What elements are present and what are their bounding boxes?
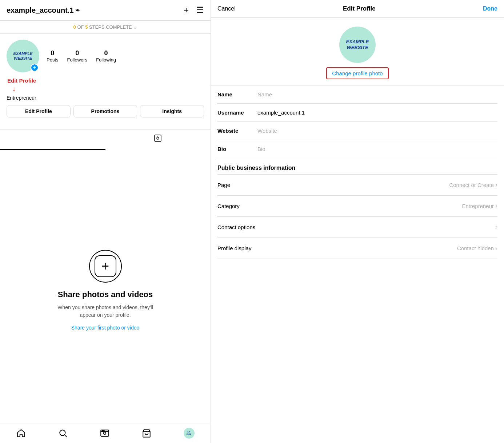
share-link[interactable]: Share your first photo or video bbox=[71, 325, 140, 331]
bottom-nav: EXWEB bbox=[0, 423, 211, 443]
form-row-name: Name Name bbox=[217, 85, 497, 104]
svg-point-10 bbox=[103, 432, 106, 435]
edit-profile-content: EXAMPLE WEBSITE Change profile photo Nam… bbox=[211, 18, 504, 443]
category-row-right: Entrepreneur › bbox=[462, 202, 497, 210]
followers-label: Followers bbox=[67, 57, 88, 63]
right-panel: Cancel Edit Profile Done EXAMPLE WEBSITE… bbox=[211, 0, 504, 443]
edit-profile-header: Cancel Edit Profile Done bbox=[211, 0, 504, 18]
account-chevron-icon: ⤔ bbox=[75, 7, 80, 13]
followers-count: 0 bbox=[75, 49, 79, 57]
account-name-container[interactable]: example_account.1 ⤔ bbox=[7, 6, 80, 15]
profile-display-right: Contact hidden › bbox=[457, 244, 497, 252]
action-buttons: Edit Profile Promotions Insights bbox=[7, 105, 204, 117]
svg-point-5 bbox=[157, 137, 159, 139]
change-photo-button[interactable]: Change profile photo bbox=[326, 67, 388, 79]
profile-section: EXAMPLE WEBSITE + 0 Posts 0 Followers 0 … bbox=[0, 34, 211, 129]
page-value: Connect or Create bbox=[449, 182, 494, 188]
profile-display-label: Profile display bbox=[217, 245, 251, 251]
stats-row: 0 Posts 0 Followers 0 Following bbox=[47, 49, 204, 63]
stat-following: 0 Following bbox=[96, 49, 116, 63]
page-chevron-icon: › bbox=[495, 181, 497, 189]
add-photo-badge[interactable]: + bbox=[31, 64, 39, 72]
svg-point-7 bbox=[60, 430, 65, 435]
steps-total: 5 bbox=[85, 24, 88, 30]
category-label: Category bbox=[217, 203, 240, 209]
steps-chevron-icon: ⌄ bbox=[133, 24, 137, 30]
edit-profile-button[interactable]: Edit Profile bbox=[7, 105, 71, 117]
avatar-container: EXAMPLE WEBSITE + bbox=[7, 40, 39, 72]
share-desc: When you share photos and videos, they'l… bbox=[57, 304, 153, 319]
name-value[interactable]: Name bbox=[257, 91, 497, 97]
bio-value[interactable]: Bio bbox=[257, 146, 497, 152]
profile-display-chevron-icon: › bbox=[495, 244, 497, 252]
home-icon[interactable] bbox=[16, 428, 26, 438]
add-content-icon: + bbox=[95, 255, 116, 277]
avatar-text: EXAMPLE WEBSITE bbox=[13, 51, 32, 61]
header: example_account.1 ⤔ + ☰ bbox=[0, 0, 211, 21]
bio-text: Entrepreneur bbox=[7, 95, 204, 101]
username-value[interactable]: example_account.1 bbox=[257, 109, 497, 116]
stat-posts: 0 Posts bbox=[47, 49, 59, 63]
content-tabs bbox=[0, 129, 211, 150]
tab-grid[interactable] bbox=[0, 129, 105, 150]
website-label: Website bbox=[217, 128, 250, 134]
menu-icon[interactable]: ☰ bbox=[196, 5, 204, 15]
svg-point-13 bbox=[103, 430, 104, 431]
profile-photo-section: EXAMPLE WEBSITE Change profile photo bbox=[211, 18, 504, 85]
contact-options-row[interactable]: Contact options › bbox=[217, 217, 497, 238]
header-icons: + ☰ bbox=[184, 5, 204, 15]
reels-icon[interactable] bbox=[100, 428, 109, 438]
public-business-header: Public business information bbox=[217, 158, 497, 175]
posts-count: 0 bbox=[51, 49, 54, 57]
following-label: Following bbox=[96, 57, 116, 63]
steps-of: OF bbox=[77, 24, 85, 30]
category-menu-row[interactable]: Category Entrepreneur › bbox=[217, 196, 497, 217]
arrow-down-icon: ↓ bbox=[12, 85, 204, 93]
contact-options-right: › bbox=[495, 223, 497, 231]
page-menu-row[interactable]: Page Connect or Create › bbox=[217, 175, 497, 196]
tab-tagged[interactable] bbox=[105, 129, 211, 150]
category-value: Entrepreneur bbox=[462, 203, 494, 209]
contact-options-label: Contact options bbox=[217, 224, 255, 230]
page-label: Page bbox=[217, 182, 230, 188]
form-section: Name Name Username example_account.1 Web… bbox=[211, 85, 504, 259]
right-avatar: EXAMPLE WEBSITE bbox=[339, 27, 376, 63]
nav-profile-avatar[interactable]: EXWEB bbox=[184, 428, 195, 439]
share-title: Share photos and videos bbox=[58, 290, 153, 299]
posts-label: Posts bbox=[47, 57, 59, 63]
done-button[interactable]: Done bbox=[483, 5, 497, 12]
bio-label: Bio bbox=[217, 146, 250, 152]
steps-suffix: STEPS COMPLETE bbox=[89, 24, 132, 30]
profile-display-value: Contact hidden bbox=[457, 245, 494, 251]
empty-content: + Share photos and videos When you share… bbox=[0, 150, 211, 423]
add-content-circle[interactable]: + bbox=[89, 250, 122, 283]
edit-profile-annotation: Edit Profile bbox=[7, 77, 204, 84]
form-row-website: Website Website bbox=[217, 122, 497, 140]
page-row-right: Connect or Create › bbox=[449, 181, 497, 189]
edit-profile-title: Edit Profile bbox=[343, 5, 376, 12]
steps-bar: 0 OF 5 STEPS COMPLETE ⌄ bbox=[0, 21, 211, 34]
form-row-username: Username example_account.1 bbox=[217, 104, 497, 122]
svg-point-12 bbox=[102, 430, 103, 431]
form-row-bio: Bio Bio bbox=[217, 140, 497, 158]
stat-followers: 0 Followers bbox=[67, 49, 88, 63]
profile-row: EXAMPLE WEBSITE + 0 Posts 0 Followers 0 … bbox=[7, 40, 204, 72]
shop-icon[interactable] bbox=[142, 428, 151, 438]
search-icon[interactable] bbox=[58, 428, 68, 438]
promotions-button[interactable]: Promotions bbox=[73, 105, 137, 117]
insights-button[interactable]: Insights bbox=[140, 105, 204, 117]
svg-line-8 bbox=[64, 435, 67, 437]
steps-current: 0 bbox=[73, 24, 76, 30]
account-name-text: example_account.1 bbox=[7, 6, 74, 15]
following-count: 0 bbox=[104, 49, 108, 57]
category-chevron-icon: › bbox=[495, 202, 497, 210]
contact-options-chevron-icon: › bbox=[495, 223, 497, 231]
cancel-button[interactable]: Cancel bbox=[217, 5, 236, 12]
right-avatar-text: EXAMPLE WEBSITE bbox=[346, 39, 369, 50]
username-label: Username bbox=[217, 109, 250, 116]
website-value[interactable]: Website bbox=[257, 128, 497, 134]
add-icon[interactable]: + bbox=[184, 5, 189, 15]
left-panel: example_account.1 ⤔ + ☰ 0 OF 5 STEPS COM… bbox=[0, 0, 211, 443]
tagged-icon bbox=[153, 134, 162, 145]
profile-display-row[interactable]: Profile display Contact hidden › bbox=[217, 238, 497, 259]
